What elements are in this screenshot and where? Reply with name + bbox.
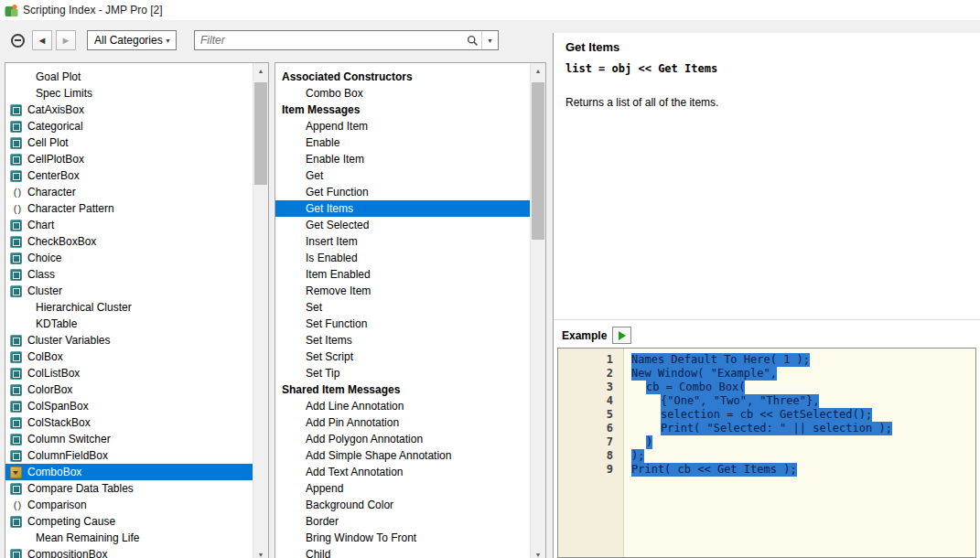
category-item[interactable]: ColorBox — [5, 381, 253, 398]
category-item[interactable]: Compare Data Tables — [5, 480, 253, 497]
category-item[interactable]: ( )Character — [5, 184, 253, 200]
category-item[interactable]: Categorical — [5, 118, 253, 134]
message-list-scrollbar[interactable]: ▲ ▼ — [530, 63, 545, 558]
code-line: 9Print( cb << Get Items ); — [558, 463, 975, 477]
forward-button[interactable]: ► — [56, 30, 76, 50]
category-item-label: Character Pattern — [27, 202, 114, 215]
category-item[interactable]: Spec Limits — [5, 85, 253, 102]
message-item[interactable]: Append Item — [275, 118, 530, 134]
message-label: Insert Item — [306, 235, 358, 248]
message-item[interactable]: Add Text Annotation — [275, 464, 530, 480]
message-label: Add Simple Shape Annotation — [306, 449, 451, 462]
message-item[interactable]: Set Script — [275, 349, 530, 365]
message-item[interactable]: Set Function — [275, 316, 530, 332]
message-item[interactable]: Insert Item — [275, 233, 530, 250]
message-item[interactable]: Set — [275, 299, 530, 316]
filter-options-button[interactable]: ▼ — [481, 31, 498, 49]
line-number: 4 — [558, 394, 613, 408]
message-item[interactable]: Get Selected — [275, 217, 530, 233]
message-item[interactable]: Append — [275, 480, 530, 497]
message-item[interactable]: Add Line Annotation — [275, 398, 530, 414]
scroll-down-button[interactable]: ▼ — [531, 547, 545, 558]
category-item[interactable]: Hierarchical Cluster — [5, 299, 253, 316]
scripting-index-window: Scripting Index - JMP Pro [2] ◄ ► All Ca… — [0, 0, 980, 558]
category-item-label: Categorical — [27, 120, 83, 133]
scroll-thumb[interactable] — [532, 82, 544, 240]
message-item[interactable]: Border — [275, 513, 530, 530]
filter-field-group: ▼ — [194, 30, 499, 50]
run-example-button[interactable] — [612, 327, 631, 344]
category-item[interactable]: Column Switcher — [5, 431, 253, 447]
message-item[interactable]: Enable — [275, 134, 530, 151]
category-item[interactable]: Goal Plot — [5, 69, 253, 85]
category-filter-value: All Categories — [94, 34, 163, 47]
category-item[interactable]: Cluster — [5, 283, 253, 299]
message-item[interactable]: Remove Item — [275, 283, 530, 299]
category-filter-dropdown[interactable]: All Categories ▼ — [87, 30, 177, 50]
message-item[interactable]: Set Items — [275, 332, 530, 349]
play-icon — [619, 331, 626, 340]
category-item[interactable]: ( )Character Pattern — [5, 200, 253, 217]
category-item[interactable]: ColBox — [5, 349, 253, 365]
message-label: Set Function — [306, 317, 367, 330]
message-item[interactable]: Bring Window To Front — [275, 530, 530, 546]
message-item[interactable]: Get Items — [275, 200, 530, 217]
category-item[interactable]: CatAxisBox — [5, 102, 253, 118]
message-label: Bring Window To Front — [306, 531, 416, 544]
category-list-scrollbar[interactable]: ▲ ▼ — [253, 63, 268, 558]
filter-input[interactable] — [195, 32, 463, 48]
category-item[interactable]: Class — [5, 266, 253, 283]
category-item[interactable]: Cluster Variables — [5, 332, 253, 349]
category-item[interactable]: CheckBoxBox — [5, 233, 253, 250]
message-label: Set Tip — [306, 367, 339, 380]
scroll-up-button[interactable]: ▲ — [531, 63, 545, 79]
category-item[interactable]: CenterBox — [5, 167, 253, 184]
message-item[interactable]: Background Color — [275, 497, 530, 513]
back-button[interactable]: ◄ — [32, 30, 52, 50]
category-item[interactable]: KDTable — [5, 316, 253, 332]
message-item[interactable]: Get Function — [275, 184, 530, 200]
category-item[interactable]: Mean Remaining Life — [5, 530, 253, 546]
category-item[interactable]: ( )Comparison — [5, 497, 253, 513]
example-code-editor[interactable]: 1Names Default To Here( 1 );2New Window(… — [557, 348, 976, 558]
toggle-topics-button[interactable] — [6, 29, 28, 51]
line-number: 2 — [558, 367, 613, 381]
code-line: 7) — [558, 435, 975, 449]
category-item-label: ComboBox — [27, 466, 81, 478]
line-number: 5 — [558, 408, 613, 422]
category-item[interactable]: Cell Plot — [5, 134, 253, 151]
message-label: Remove Item — [306, 284, 371, 297]
category-item[interactable]: Choice — [5, 250, 253, 266]
message-item[interactable]: Enable Item — [275, 151, 530, 167]
message-item[interactable]: Get — [275, 167, 530, 184]
category-item[interactable]: Chart — [5, 217, 253, 233]
category-item[interactable]: CompositionBox — [5, 546, 253, 558]
category-item[interactable]: Competing Cause — [5, 513, 253, 530]
scroll-thumb[interactable] — [254, 82, 267, 185]
category-item[interactable]: ColListBox — [5, 365, 253, 381]
category-item-label: Goal Plot — [36, 70, 81, 83]
message-item[interactable]: Child — [275, 546, 530, 558]
display-box-icon — [10, 483, 22, 495]
category-item[interactable]: ColStackBox — [5, 414, 253, 431]
message-label: Add Line Annotation — [306, 400, 404, 413]
category-item[interactable]: ComboBox — [5, 464, 253, 480]
scroll-down-button[interactable]: ▼ — [253, 547, 268, 558]
message-item[interactable]: Combo Box — [275, 85, 530, 102]
message-item[interactable]: Item Enabled — [275, 266, 530, 283]
category-item[interactable]: ColSpanBox — [5, 398, 253, 414]
category-item[interactable]: ColumnFieldBox — [5, 447, 253, 464]
message-item[interactable]: Set Tip — [275, 365, 530, 381]
selected-code-text: Names Default To Here( 1 ); — [631, 353, 810, 367]
message-item[interactable]: Add Pin Annotation — [275, 414, 530, 431]
scroll-up-button[interactable]: ▲ — [253, 63, 268, 79]
message-item[interactable]: Add Polygon Annotation — [275, 431, 530, 447]
selected-code-text: {"One", "Two", "Three"}, — [661, 394, 819, 408]
message-item[interactable]: Add Simple Shape Annotation — [275, 447, 530, 464]
selected-code-text: selection = cb << GetSelected(); — [661, 408, 872, 422]
display-box-icon — [10, 170, 22, 182]
category-item[interactable]: CellPlotBox — [5, 151, 253, 167]
jmp-app-icon — [5, 4, 18, 17]
message-item[interactable]: Is Enabled — [275, 250, 530, 266]
message-label: Get — [306, 169, 323, 182]
